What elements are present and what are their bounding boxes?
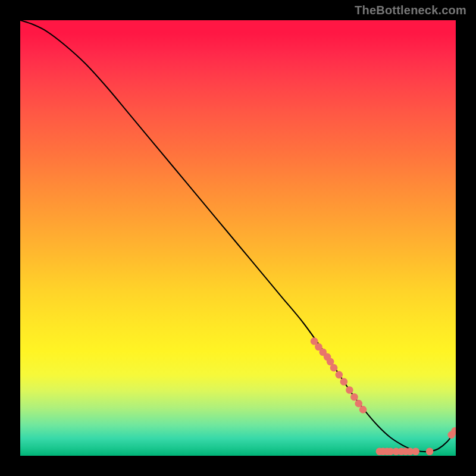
data-marker — [355, 400, 362, 408]
data-marker — [336, 371, 343, 379]
watermark-text: TheBottleneck.com — [355, 4, 466, 17]
data-marker — [359, 406, 367, 414]
data-marker — [350, 393, 358, 401]
bottleneck-curve — [20, 20, 456, 452]
plot-area — [20, 20, 456, 456]
chart-stage: TheBottleneck.com — [0, 0, 476, 476]
data-marker — [426, 447, 434, 455]
data-marker — [330, 364, 338, 372]
data-marker — [412, 447, 419, 455]
data-marker — [346, 386, 353, 394]
data-markers — [311, 337, 456, 455]
curve-layer — [20, 20, 456, 456]
data-marker — [340, 378, 348, 386]
